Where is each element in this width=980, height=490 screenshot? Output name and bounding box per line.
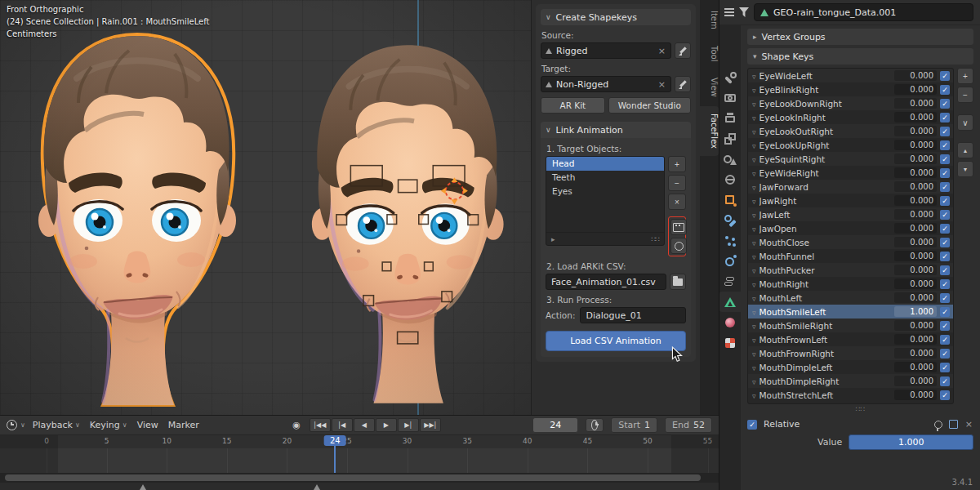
- shape-key-value[interactable]: 0.000: [894, 223, 937, 234]
- clear-target-icon[interactable]: ×: [657, 79, 666, 90]
- shape-key-value[interactable]: 0.000: [894, 98, 937, 109]
- viewport-3d[interactable]: Front Orthographic (24) Scene Collection…: [0, 0, 531, 415]
- shapekey-specials-button[interactable]: ∨: [957, 114, 973, 131]
- shape-key-value[interactable]: 0.000: [894, 140, 937, 150]
- shape-key-value[interactable]: 0.000: [894, 195, 937, 206]
- head-right[interactable]: [312, 45, 504, 403]
- shape-key-value[interactable]: 0.000: [894, 292, 937, 303]
- timeline-track[interactable]: [0, 448, 719, 473]
- shape-key-checkbox[interactable]: [940, 127, 950, 136]
- head-left[interactable]: [38, 34, 236, 405]
- source-eyedropper-button[interactable]: [675, 42, 691, 59]
- shape-key-value[interactable]: 0.000: [894, 70, 937, 81]
- properties-tab[interactable]: [719, 271, 741, 292]
- shape-key-value[interactable]: 1.000: [894, 306, 937, 317]
- timeline-marker[interactable]: [140, 484, 146, 490]
- browse-file-button[interactable]: [670, 274, 686, 290]
- shape-key-value[interactable]: 0.000: [894, 362, 937, 372]
- shape-key-checkbox[interactable]: [940, 210, 950, 220]
- shape-key-row[interactable]: EyeLookDownRight 0.000: [748, 96, 953, 110]
- shape-key-checkbox[interactable]: [940, 265, 950, 275]
- shape-key-checkbox[interactable]: [940, 99, 950, 109]
- target-object-row[interactable]: Teeth: [546, 171, 664, 185]
- shape-key-checkbox[interactable]: [940, 321, 950, 331]
- shape-key-value[interactable]: 0.000: [894, 265, 937, 275]
- load-csv-animation-button[interactable]: Load CSV Animation: [546, 331, 686, 351]
- relative-checkbox[interactable]: [747, 420, 757, 430]
- shape-key-row[interactable]: MouthStretchLeft 0.000: [748, 388, 953, 402]
- auto-keying-button[interactable]: ◉: [291, 420, 302, 430]
- wonder-studio-button[interactable]: Wonder Studio: [608, 97, 691, 114]
- shape-key-checkbox[interactable]: [940, 279, 950, 289]
- transport-button[interactable]: ◀: [354, 418, 375, 432]
- ar-kit-button[interactable]: AR Kit: [541, 97, 605, 114]
- shape-key-row[interactable]: EyeLookInRight 0.000: [748, 110, 953, 124]
- clear-source-icon[interactable]: ×: [657, 46, 666, 56]
- transport-button[interactable]: |◀: [332, 418, 353, 432]
- properties-tab[interactable]: [719, 128, 741, 149]
- shape-key-row[interactable]: EyeSquintRight 0.000: [748, 152, 953, 166]
- editor-type-button[interactable]: ∨: [7, 420, 25, 430]
- properties-editor-icon[interactable]: [724, 8, 734, 16]
- pin-icon[interactable]: [934, 421, 942, 429]
- target-eyedropper-button[interactable]: [675, 76, 691, 92]
- shape-key-checkbox[interactable]: [940, 85, 950, 95]
- shape-key-value[interactable]: 0.000: [894, 278, 937, 289]
- shape-key-row[interactable]: MouthLeft 0.000: [748, 291, 953, 305]
- shape-key-row[interactable]: MouthFrownRight 0.000: [748, 346, 953, 360]
- properties-tab[interactable]: [719, 189, 741, 210]
- sidebar-tab[interactable]: View: [700, 70, 719, 105]
- shape-key-row[interactable]: MouthRight 0.000: [748, 277, 953, 291]
- preview-range-button[interactable]: [586, 418, 604, 432]
- remove-object-button[interactable]: −: [668, 175, 686, 191]
- move-down-button[interactable]: ▼: [957, 161, 973, 177]
- properties-tab[interactable]: [719, 230, 741, 251]
- current-frame-field[interactable]: 24: [532, 417, 578, 433]
- shape-key-checkbox[interactable]: [940, 335, 950, 345]
- shape-key-checkbox[interactable]: [940, 307, 950, 317]
- properties-tab[interactable]: [719, 251, 741, 271]
- shape-key-checkbox[interactable]: [940, 71, 950, 81]
- frame-start-field[interactable]: Start 1: [611, 417, 657, 433]
- menu-item[interactable]: View ∨: [137, 420, 158, 430]
- shape-key-checkbox[interactable]: [940, 140, 950, 150]
- menu-item[interactable]: Marker ∨: [168, 420, 199, 430]
- shape-key-value[interactable]: 0.000: [894, 181, 937, 192]
- shape-key-checkbox[interactable]: [940, 376, 950, 386]
- shape-key-row[interactable]: MouthDimpleRight 0.000: [748, 374, 953, 388]
- properties-tab[interactable]: [719, 210, 741, 230]
- shape-key-row[interactable]: JawLeft 0.000: [748, 207, 953, 221]
- properties-tab[interactable]: [719, 169, 741, 189]
- move-up-button[interactable]: ▲: [957, 142, 973, 158]
- shape-key-value[interactable]: 0.000: [894, 84, 937, 95]
- clear-icon[interactable]: ×: [964, 419, 973, 430]
- menu-item[interactable]: Keying ∨: [90, 420, 127, 430]
- add-shapekey-button[interactable]: +: [957, 68, 973, 84]
- shape-key-checkbox[interactable]: [940, 349, 950, 359]
- remove-shapekey-button[interactable]: −: [957, 87, 973, 103]
- shape-key-value[interactable]: 0.000: [894, 112, 937, 122]
- shape-key-row[interactable]: MouthDimpleLeft 0.000: [748, 360, 953, 374]
- shape-key-checkbox[interactable]: [940, 154, 950, 164]
- shape-key-checkbox[interactable]: [940, 196, 950, 206]
- filter-funnel-icon[interactable]: [739, 7, 749, 17]
- shape-key-value[interactable]: 0.000: [894, 334, 937, 345]
- action-dropdown[interactable]: Dialogue_01: [580, 307, 686, 323]
- properties-tab[interactable]: [719, 149, 741, 169]
- shape-key-value[interactable]: 0.000: [894, 167, 937, 178]
- target-object-row[interactable]: Head: [546, 157, 664, 171]
- shape-key-value[interactable]: 0.000: [894, 348, 937, 359]
- create-shapekeys-header[interactable]: ∨ Create Shapekeys: [541, 9, 691, 25]
- properties-tab[interactable]: [719, 108, 741, 128]
- shape-key-checkbox[interactable]: [940, 168, 950, 178]
- sidebar-tab[interactable]: Item: [700, 3, 719, 37]
- shape-key-checkbox[interactable]: [940, 293, 950, 303]
- shape-key-row[interactable]: MouthSmileRight 0.000: [748, 318, 953, 332]
- clear-objects-button[interactable]: ×: [668, 194, 686, 210]
- shape-key-checkbox[interactable]: [940, 252, 950, 261]
- shape-key-row[interactable]: MouthSmileLeft 1.000: [748, 305, 953, 318]
- scrollbar-handle[interactable]: [5, 474, 701, 481]
- shape-key-row[interactable]: JawOpen 0.000: [748, 221, 953, 235]
- transport-button[interactable]: ▶▶|: [420, 418, 441, 432]
- shape-key-value[interactable]: 0.000: [894, 376, 937, 386]
